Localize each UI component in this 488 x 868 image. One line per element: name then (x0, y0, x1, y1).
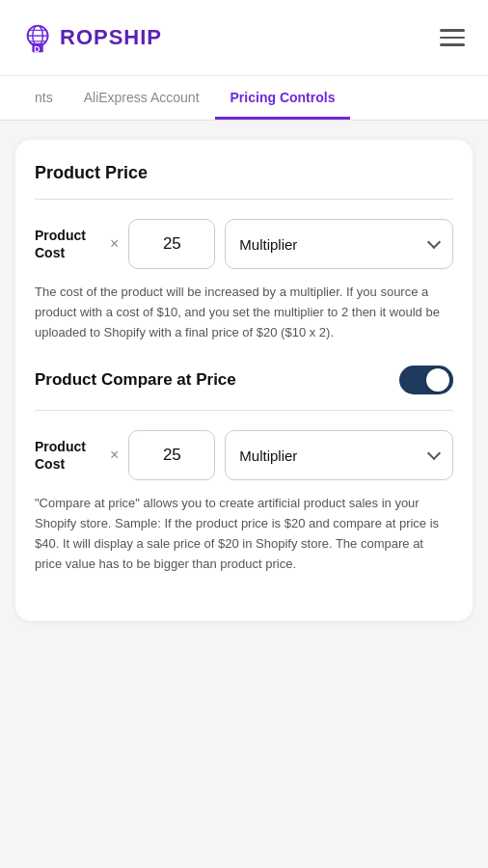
divider-1 (35, 199, 453, 200)
tab-nts[interactable]: nts (19, 76, 68, 120)
chevron-down-icon-2 (427, 447, 441, 460)
product-price-title: Product Price (35, 163, 453, 183)
compare-multiplier-dropdown[interactable]: Multiplier (225, 430, 453, 480)
product-price-section: Product Price Product Cost × Multiplier … (35, 163, 453, 342)
compare-cost-input[interactable] (128, 430, 215, 480)
compare-price-toggle-row: Product Compare at Price (35, 366, 453, 394)
hamburger-menu[interactable] (436, 25, 469, 50)
pricing-card: Product Price Product Cost × Multiplier … (15, 140, 473, 621)
toggle-thumb (426, 368, 449, 392)
multiplier-dropdown[interactable]: Multiplier (225, 219, 453, 269)
compare-price-section: Product Compare at Price Product Cost × (35, 366, 453, 574)
product-cost-label: Product Cost (35, 227, 100, 261)
compare-price-toggle[interactable] (399, 366, 453, 394)
product-cost-input[interactable] (128, 219, 215, 269)
chevron-down-icon (427, 235, 441, 249)
tab-pricing-controls[interactable]: Pricing Controls (215, 76, 351, 120)
toggle-track (399, 366, 453, 394)
product-cost-row: Product Cost × Multiplier (35, 219, 453, 269)
tab-aliexpress[interactable]: AliExpress Account (68, 76, 215, 120)
hamburger-line-2 (440, 37, 465, 40)
main-content: Product Price Product Cost × Multiplier … (0, 121, 488, 640)
hamburger-line-3 (440, 43, 465, 46)
compare-price-description: "Compare at price" allows you to create … (35, 494, 453, 574)
compare-cost-label: Product Cost (35, 438, 100, 473)
compare-price-label: Product Compare at Price (35, 370, 236, 390)
compare-cost-row: Product Cost × Multiplier (35, 430, 453, 480)
logo-text: ROPSHIP (60, 25, 162, 50)
logo-icon: D (19, 17, 60, 58)
app-header: D ROPSHIP (0, 0, 488, 76)
svg-text:D: D (34, 44, 40, 54)
product-price-description: The cost of the product will be increase… (35, 283, 453, 342)
multiply-icon-1: × (110, 235, 119, 253)
multiply-icon-2: × (110, 447, 119, 464)
tabs-nav: nts AliExpress Account Pricing Controls (0, 76, 488, 121)
hamburger-line-1 (440, 29, 465, 32)
divider-2 (35, 410, 453, 411)
logo: D ROPSHIP (19, 17, 162, 58)
